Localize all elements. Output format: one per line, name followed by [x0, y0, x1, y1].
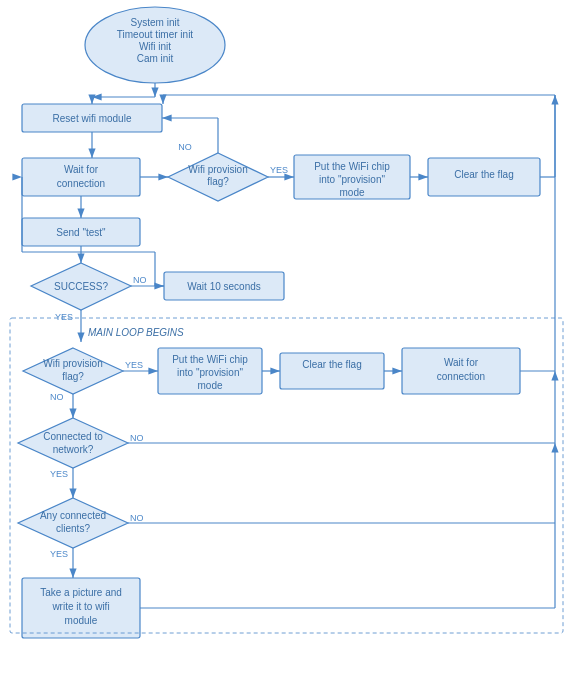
- svg-text:network?: network?: [53, 444, 94, 455]
- svg-text:YES: YES: [50, 469, 68, 479]
- svg-text:connection: connection: [437, 371, 485, 382]
- svg-text:NO: NO: [50, 392, 64, 402]
- svg-text:into "provision": into "provision": [177, 367, 243, 378]
- svg-text:Take a picture and: Take a picture and: [40, 587, 122, 598]
- svg-text:into "provision": into "provision": [319, 174, 385, 185]
- svg-text:NO: NO: [130, 513, 144, 523]
- svg-text:Wait for: Wait for: [64, 164, 99, 175]
- svg-text:Cam init: Cam init: [137, 53, 174, 64]
- svg-text:flag?: flag?: [207, 176, 229, 187]
- svg-text:Wifi init: Wifi init: [139, 41, 171, 52]
- svg-text:Any connected: Any connected: [40, 510, 106, 521]
- svg-text:Clear the flag: Clear the flag: [302, 359, 361, 370]
- svg-text:MAIN LOOP BEGINS: MAIN LOOP BEGINS: [88, 327, 184, 338]
- svg-text:System init: System init: [131, 17, 180, 28]
- svg-text:NO: NO: [130, 433, 144, 443]
- svg-text:YES: YES: [50, 549, 68, 559]
- svg-marker-74: [18, 418, 128, 468]
- svg-text:YES: YES: [270, 165, 288, 175]
- svg-text:module: module: [65, 615, 98, 626]
- svg-text:Wait for: Wait for: [444, 357, 479, 368]
- svg-text:Put the WiFi chip: Put the WiFi chip: [314, 161, 390, 172]
- svg-text:YES: YES: [55, 312, 73, 322]
- svg-text:Timeout timer init: Timeout timer init: [117, 29, 194, 40]
- svg-text:clients?: clients?: [56, 523, 90, 534]
- svg-text:YES: YES: [125, 360, 143, 370]
- svg-text:SUCCESS?: SUCCESS?: [54, 281, 108, 292]
- svg-text:NO: NO: [133, 275, 147, 285]
- svg-text:write it to wifi: write it to wifi: [51, 601, 109, 612]
- svg-text:Send "test": Send "test": [56, 227, 106, 238]
- svg-text:Reset wifi module: Reset wifi module: [53, 113, 132, 124]
- flowchart-diagram: text { font-family: Arial, sans-serif; f…: [0, 0, 572, 694]
- svg-text:Wait 10 seconds: Wait 10 seconds: [187, 281, 261, 292]
- svg-text:Connected to: Connected to: [43, 431, 103, 442]
- svg-text:mode: mode: [339, 187, 364, 198]
- svg-text:Wifi provision: Wifi provision: [188, 164, 247, 175]
- svg-text:Wifi provision: Wifi provision: [43, 358, 102, 369]
- svg-text:connection: connection: [57, 178, 105, 189]
- svg-text:NO: NO: [178, 142, 192, 152]
- svg-text:Put the WiFi chip: Put the WiFi chip: [172, 354, 248, 365]
- svg-text:flag?: flag?: [62, 371, 84, 382]
- svg-text:Clear the flag: Clear the flag: [454, 169, 513, 180]
- svg-text:mode: mode: [197, 380, 222, 391]
